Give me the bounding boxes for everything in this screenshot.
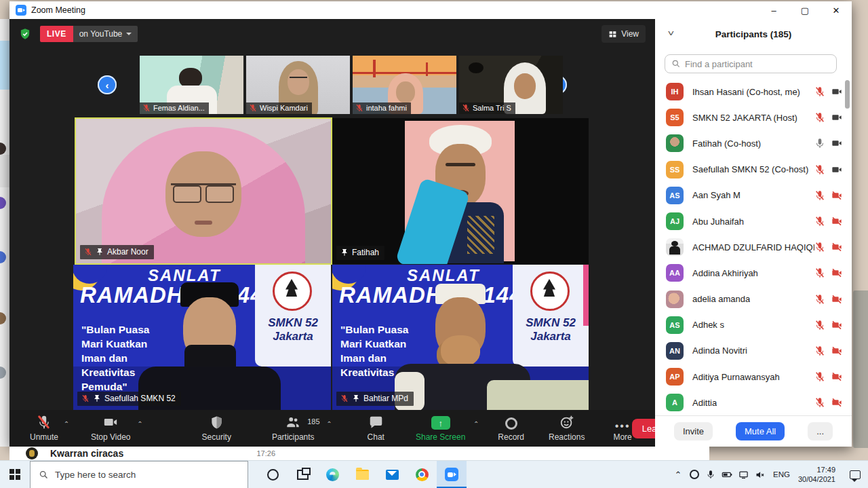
participant-row[interactable]: A Adittia: [655, 390, 852, 415]
previous-page-arrow-button[interactable]: ‹: [98, 75, 117, 94]
participant-row[interactable]: S5 SMKN 52 JAKARTA (Host): [655, 105, 852, 130]
mic-muted-icon: [814, 190, 825, 201]
streaming-platform-chip[interactable]: on YouTube: [73, 26, 138, 42]
stop-video-button[interactable]: Stop Video ⌃: [91, 415, 131, 442]
action-center-button[interactable]: [842, 461, 868, 488]
close-button[interactable]: ✕: [821, 1, 852, 19]
share-options-caret[interactable]: ⌃: [473, 420, 479, 428]
avatar: AS: [666, 316, 684, 334]
tray-expand-chevron-icon[interactable]: ⌃: [670, 461, 686, 488]
zoom-taskbar-button[interactable]: [437, 461, 467, 488]
unmute-label: Unmute: [30, 432, 58, 442]
video-thumbnail[interactable]: intaha fahmi: [353, 56, 456, 114]
panel-scrollbar[interactable]: [845, 80, 850, 109]
system-tray: ⌃ ENG 17:49 30/04/2021: [670, 461, 868, 488]
participant-row[interactable]: AN Adinda Novitri: [655, 338, 852, 364]
tray-volume-muted-icon[interactable]: [751, 461, 768, 488]
participant-name: Femas Aldian...: [153, 104, 205, 112]
notification-icon: [850, 470, 861, 479]
start-button[interactable]: [0, 461, 30, 488]
participant-name: Fatihah (Co-host): [692, 138, 761, 149]
mic-muted-icon: [814, 112, 825, 123]
participant-row[interactable]: ACHMAD DZULFARID HAQIQI 2: [655, 234, 852, 260]
participant-name: adelia amanda: [692, 294, 750, 304]
pin-icon: [340, 248, 349, 257]
share-screen-icon: ↑: [431, 416, 450, 430]
gallery-filmstrip: ‹ › Femas Aldian... Wispi Kamdari: [9, 56, 655, 114]
video-options-caret[interactable]: ⌃: [137, 420, 142, 428]
participant-row[interactable]: AJ Abu Juhaifah: [655, 208, 852, 234]
video-tile-active-speaker[interactable]: Akbar Noor: [75, 117, 332, 265]
video-tile[interactable]: SANLAT RAMADHAN 1442H "Bulan Puasa Mari …: [73, 265, 331, 410]
language-indicator[interactable]: ENG: [768, 470, 795, 478]
camera-off-icon: [831, 267, 842, 278]
chat-button[interactable]: Chat: [368, 415, 384, 442]
participant-row[interactable]: Fatihah (Co-host): [655, 130, 852, 156]
find-participant-input[interactable]: Find a participant: [665, 54, 837, 73]
avatar-photo: [666, 238, 684, 256]
security-button[interactable]: Security: [202, 415, 231, 442]
zoom-app-icon: [16, 5, 26, 16]
participants-options-caret[interactable]: ⌃: [326, 420, 332, 428]
task-view-button[interactable]: [288, 461, 317, 488]
chat-avatar: [26, 447, 38, 459]
view-label: View: [621, 29, 639, 39]
video-thumbnail[interactable]: Salma Tri S: [459, 56, 563, 114]
mic-muted-icon: [355, 104, 363, 112]
quote-line: Mari Kuatkan: [81, 337, 149, 352]
video-thumbnail[interactable]: Wispi Kamdari: [246, 56, 350, 114]
participant-name: Aditiya Purnawansyah: [692, 372, 780, 382]
participant-row[interactable]: AS Aan Syah M: [655, 183, 852, 208]
video-tile[interactable]: SANLAT RAMADHAN 1442H "Bulan Puasa Mari …: [332, 265, 589, 410]
file-explorer-button[interactable]: [347, 461, 377, 488]
left-sliver-avatar: [0, 367, 6, 379]
tray-battery-icon[interactable]: [719, 461, 735, 488]
mic-muted-icon: [814, 397, 825, 408]
participant-row[interactable]: adelia amanda: [655, 286, 852, 312]
camera-icon: [102, 415, 119, 430]
chrome-button[interactable]: [407, 461, 437, 488]
window-title: Zoom Meeting: [31, 5, 85, 15]
video-thumbnail[interactable]: Femas Aldian...: [140, 56, 243, 114]
window-titlebar[interactable]: Zoom Meeting – ▢ ✕: [9, 1, 852, 19]
search-placeholder: Type here to search: [55, 470, 136, 480]
camera-off-icon: [831, 216, 842, 227]
invite-button[interactable]: Invite: [674, 422, 713, 440]
audio-options-caret[interactable]: ⌃: [64, 420, 69, 428]
minimize-button[interactable]: –: [758, 1, 789, 19]
camera-off-icon: [831, 190, 842, 201]
view-button[interactable]: View: [601, 25, 646, 43]
participant-row[interactable]: AS Adhek s: [655, 312, 852, 338]
unmute-button[interactable]: Unmute ⌃: [30, 415, 58, 442]
video-tile[interactable]: Fatihah: [332, 118, 589, 264]
tray-microphone-icon[interactable]: [703, 461, 719, 488]
task-view-icon: [297, 470, 309, 480]
record-button[interactable]: Record: [498, 415, 524, 442]
tray-display-icon[interactable]: [735, 461, 751, 488]
share-screen-button[interactable]: ↑ Share Screen ⌃: [416, 415, 465, 442]
bridge-tower-shape: [373, 60, 376, 77]
mail-button[interactable]: [377, 461, 407, 488]
mic-muted-icon: [142, 104, 151, 112]
participant-name: Abu Juhaifah: [692, 217, 744, 227]
participant-row[interactable]: AA Addina Akhiriyah: [655, 260, 852, 286]
taskbar-search-input[interactable]: Type here to search: [30, 461, 248, 488]
panel-more-button[interactable]: ...: [808, 422, 833, 440]
camera-off-icon: [831, 397, 842, 408]
mute-all-button[interactable]: Mute All: [736, 422, 785, 440]
participant-row[interactable]: AP Aditiya Purnawansyah: [655, 364, 852, 390]
reactions-button[interactable]: Reactions: [549, 415, 585, 442]
edge-button[interactable]: [317, 461, 347, 488]
maximize-button[interactable]: ▢: [789, 1, 821, 19]
participant-row[interactable]: IH Ihsan Hasani (Co-host, me): [655, 79, 852, 105]
background-chat-window[interactable]: Kwarran ciracas 17:26: [9, 447, 709, 460]
thumbnail-name-label: Femas Aldian...: [140, 102, 209, 114]
clock[interactable]: 17:49 30/04/2021: [795, 465, 842, 485]
avatar-photo: [666, 290, 684, 308]
more-dots-icon: •••: [615, 423, 631, 430]
participants-button[interactable]: 185 Participants ⌃: [272, 415, 315, 442]
tray-app-icon[interactable]: [686, 461, 703, 488]
more-button[interactable]: ••• More: [613, 415, 631, 442]
participant-row[interactable]: SS Saefullah SMKN 52 (Co-host): [655, 157, 852, 183]
cortana-button[interactable]: [258, 461, 288, 488]
